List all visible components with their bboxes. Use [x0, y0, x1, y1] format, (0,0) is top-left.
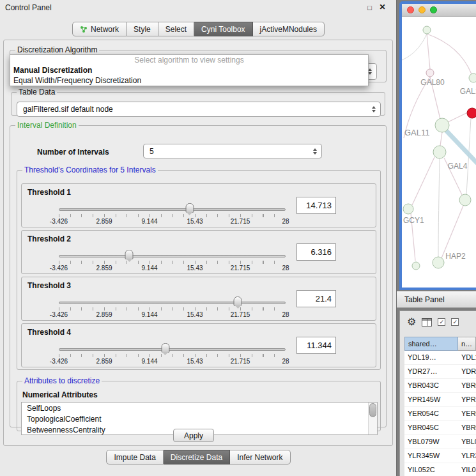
table-row[interactable]: YER054C YER0… — [404, 407, 476, 421]
dropdown-option-manual-discretization[interactable]: Manual Discretization — [10, 65, 368, 75]
select-visible-checkbox-icon[interactable]: ✓ — [438, 318, 445, 326]
table-row[interactable]: YIL052C YIL0… — [404, 463, 476, 476]
tab-infer-network[interactable]: Infer Network — [230, 450, 290, 464]
show-columns-icon[interactable] — [422, 318, 432, 326]
threshold-3-value-field[interactable] — [296, 290, 336, 307]
apply-button[interactable]: Apply — [173, 429, 214, 442]
slider-thumb[interactable] — [161, 343, 169, 353]
zoom-window-icon[interactable] — [430, 6, 437, 13]
table-row[interactable]: YDL19… YDL1… — [404, 351, 476, 365]
threshold-4-value-field[interactable] — [296, 337, 336, 354]
table-row[interactable]: YBL079W YBL0… — [404, 435, 476, 449]
tab-style[interactable]: Style — [127, 22, 158, 36]
number-of-intervals-select[interactable]: 5 — [143, 144, 322, 158]
close-window-icon[interactable] — [407, 6, 414, 13]
tick-label: 15.43 — [187, 311, 203, 318]
cell[interactable]: YLR345W — [404, 449, 458, 463]
node-gcy1[interactable] — [403, 204, 413, 214]
slider-track[interactable] — [59, 208, 286, 211]
cell[interactable]: YPR1… — [458, 393, 476, 406]
slider-thumb[interactable] — [234, 296, 242, 306]
node-selected-red[interactable] — [467, 108, 476, 118]
settings-gear-icon[interactable]: ⚙ — [407, 317, 416, 327]
tab-select[interactable]: Select — [158, 22, 194, 36]
cell[interactable]: YPR145W — [404, 393, 458, 406]
cell[interactable]: YBL0… — [458, 435, 476, 449]
threshold-3-slider[interactable]: -3.426 2.859 9.144 15.43 21.715 28 — [59, 296, 286, 318]
threshold-2-value-field[interactable] — [296, 243, 336, 261]
threshold-1-value-field[interactable] — [296, 197, 336, 214]
cell[interactable]: YDL1… — [458, 351, 476, 364]
cell[interactable]: YBR043C — [404, 379, 458, 392]
select-all-checkbox-icon[interactable]: ✓ — [451, 318, 459, 326]
table-row[interactable]: YDR27… YDR2… — [404, 365, 476, 379]
table-row[interactable]: YBR043C YBR0… — [404, 379, 476, 393]
cell[interactable]: YIL0… — [458, 463, 476, 476]
dropdown-option-placeholder[interactable]: Select algorithm to view settings — [10, 55, 368, 65]
tick-label: 28 — [282, 358, 289, 365]
scrollbar-thumb[interactable] — [369, 403, 376, 417]
slider-track[interactable] — [59, 255, 286, 257]
cell[interactable]: YBR0… — [458, 379, 476, 392]
tab-discretize-data[interactable]: Discretize Data — [164, 450, 230, 464]
node-hap2[interactable] — [433, 257, 444, 268]
cell[interactable]: YLR3… — [458, 449, 476, 463]
close-panel-icon[interactable]: ✕ — [378, 3, 387, 12]
tab-jactivemnodules[interactable]: jActiveMNodules — [253, 22, 325, 36]
table-panel-header[interactable]: Table Panel — [397, 291, 476, 308]
table-data-group: Table Data galFiltered.sif default node — [11, 88, 385, 116]
tab-impute-data[interactable]: Impute Data — [106, 450, 163, 464]
dropdown-option-equal-width-frequency[interactable]: Equal Width/Frequency Discretization — [10, 75, 368, 86]
minimize-window-icon[interactable] — [418, 6, 426, 13]
cell[interactable]: YER054C — [404, 407, 458, 420]
slider-track[interactable] — [59, 348, 286, 351]
table-row[interactable]: YLR345W YLR3… — [404, 449, 476, 463]
tick-label: 2.859 — [96, 218, 112, 225]
cell[interactable]: YER0… — [458, 407, 476, 420]
table-row[interactable]: YBR045C YBR0… — [404, 421, 476, 435]
cell[interactable]: YDL19… — [404, 351, 458, 364]
network-canvas[interactable]: GAL80 GAL1 GAL11 GAL4 GCY1 HAP2 — [402, 17, 476, 273]
edge — [447, 112, 468, 123]
node-gal80[interactable] — [426, 69, 434, 77]
list-scrollbar[interactable] — [368, 403, 377, 434]
node[interactable] — [412, 262, 420, 270]
tab-cyni-toolbox[interactable]: Cyni Toolbox — [194, 22, 252, 36]
slider-thumb[interactable] — [185, 203, 194, 213]
slider-track[interactable] — [59, 302, 286, 304]
node[interactable] — [423, 26, 431, 34]
cell[interactable]: YBR0… — [458, 421, 476, 434]
float-panel-icon[interactable]: □ — [365, 4, 374, 12]
node-gal1[interactable] — [469, 73, 476, 82]
cell[interactable]: YDR2… — [458, 365, 476, 378]
cell[interactable]: YIL052C — [404, 463, 458, 476]
slider-ticks — [59, 354, 286, 357]
table-row[interactable]: YPR145W YPR1… — [404, 393, 476, 407]
column-header-shared-name[interactable]: shared… — [404, 337, 458, 351]
node-gal11[interactable] — [435, 118, 449, 132]
tab-label: jActiveMNodules — [260, 25, 317, 34]
column-header-name[interactable]: n… — [458, 337, 476, 351]
list-item-topologicalcoefficient[interactable]: TopologicalCoefficient — [22, 413, 377, 424]
table-data-select[interactable]: galFiltered.sif default node — [17, 102, 381, 117]
list-item-selfloops[interactable]: SelfLoops — [22, 403, 377, 413]
top-tabbar: Network Style Select Cyni Toolbox jActiv… — [0, 22, 397, 36]
number-of-intervals-label: Number of Intervals — [37, 148, 109, 157]
threshold-1-panel: Threshold 1 -3.426 2.859 9.144 15.43 21.… — [21, 183, 376, 227]
threshold-1-slider[interactable]: -3.426 2.859 9.144 15.43 21.715 28 — [59, 203, 286, 225]
attributes-group: Attributes to discretize Numerical Attri… — [17, 376, 381, 431]
slider-thumb[interactable] — [125, 250, 134, 259]
threshold-4-slider[interactable]: -3.426 2.859 9.144 15.43 21.715 28 — [59, 343, 286, 365]
node[interactable] — [459, 194, 471, 206]
cell[interactable]: YDR27… — [404, 365, 458, 378]
threshold-2-slider[interactable]: -3.426 2.859 9.144 15.43 21.715 28 — [59, 250, 286, 272]
cell[interactable]: YBL079W — [404, 435, 458, 449]
tab-network[interactable]: Network — [72, 22, 127, 36]
tick-label: 2.859 — [96, 265, 112, 272]
edge — [438, 158, 440, 257]
node-label-gal80: GAL80 — [420, 78, 445, 87]
cell[interactable]: YBR045C — [404, 421, 458, 434]
table-panel-title: Table Panel — [404, 295, 445, 304]
network-window-titlebar[interactable] — [402, 4, 476, 17]
node-gal4[interactable] — [433, 146, 446, 158]
